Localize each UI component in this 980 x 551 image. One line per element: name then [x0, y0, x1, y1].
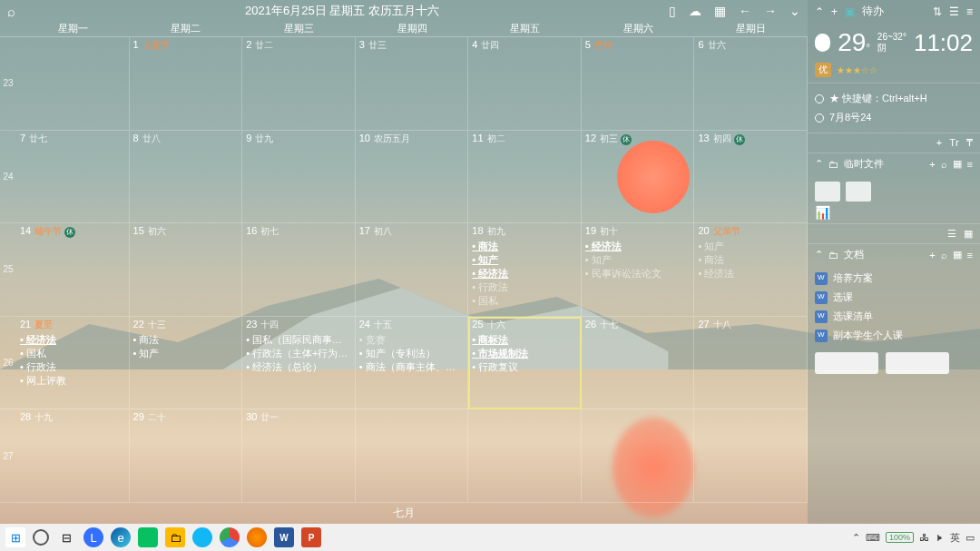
calendar-cell[interactable]: 25十六商标法市场规制法行政复议: [468, 317, 582, 410]
ime-icon[interactable]: 英: [950, 531, 960, 545]
event-item[interactable]: 市场规制法: [472, 347, 577, 360]
calendar-cell[interactable]: 13初四休: [694, 131, 808, 224]
task-view-icon[interactable]: ⊟: [56, 527, 76, 547]
chevron-icon[interactable]: ⌃: [815, 158, 823, 170]
add-icon[interactable]: +: [929, 250, 935, 261]
calendar-cell[interactable]: 5芒种: [582, 37, 695, 131]
keyboard-icon[interactable]: ⌨: [866, 532, 880, 544]
chevron-icon[interactable]: ⌃: [815, 249, 823, 261]
file-thumb[interactable]: [815, 352, 878, 374]
filter-icon[interactable]: ⇅: [933, 5, 942, 18]
todo-item[interactable]: ★ 快捷键：Ctrl+alt+H: [815, 89, 973, 108]
collapse-icon[interactable]: ⌃: [815, 5, 824, 18]
calendar-cell[interactable]: 22十三商法知产: [130, 317, 243, 410]
next-icon[interactable]: →: [764, 4, 777, 18]
event-item[interactable]: 民事诉讼法论文: [585, 267, 691, 280]
event-item[interactable]: 竞赛: [359, 333, 465, 347]
event-item[interactable]: 经济法（总论）: [246, 360, 351, 374]
edge-icon[interactable]: e: [111, 527, 131, 547]
event-item[interactable]: 商法: [698, 253, 803, 267]
calendar-cell[interactable]: [16, 37, 130, 131]
doc-item[interactable]: 副本学生个人课: [815, 326, 973, 345]
todo-item[interactable]: 7月8号24: [815, 108, 973, 127]
calendar-icon[interactable]: ▦: [714, 4, 726, 18]
cloud-icon[interactable]: ☁: [689, 4, 701, 18]
calendar-cell[interactable]: 18初九商法知产经济法行政法国私: [468, 223, 582, 317]
format-icon[interactable]: ₸: [966, 137, 973, 149]
event-item[interactable]: 商标法: [472, 333, 577, 347]
calendar-cell[interactable]: [468, 409, 582, 503]
battery-icon[interactable]: 100%: [886, 532, 914, 543]
search-icon[interactable]: ⌕: [941, 250, 947, 261]
notification-icon[interactable]: ▭: [965, 532, 975, 544]
add-icon[interactable]: +: [929, 159, 935, 170]
menu-icon[interactable]: ≡: [966, 5, 973, 18]
add-icon[interactable]: +: [831, 5, 838, 18]
calendar-cell[interactable]: 6廿六: [694, 37, 808, 131]
wechat-icon[interactable]: [138, 527, 158, 547]
qq-icon[interactable]: [192, 527, 212, 547]
tray-chevron-icon[interactable]: ⌃: [852, 532, 860, 544]
event-item[interactable]: 商法（商事主体、监管）: [359, 360, 465, 374]
calendar-cell[interactable]: 11初二: [468, 131, 582, 224]
file-thumb[interactable]: [815, 182, 840, 202]
event-item[interactable]: 知产: [133, 347, 239, 360]
checkbox-icon[interactable]: [815, 113, 824, 123]
calendar-cell[interactable]: 14端午节休: [16, 223, 130, 317]
event-item[interactable]: 知产（专利法）: [359, 347, 465, 360]
list-view-icon[interactable]: ☰: [947, 228, 956, 240]
phone-icon[interactable]: ▯: [669, 4, 676, 18]
search-icon[interactable]: ⌕: [7, 4, 15, 19]
event-item[interactable]: 行政法（主体+行为+程序）: [246, 347, 351, 360]
weather-widget[interactable]: 29° 26~32°阴 11:02: [808, 23, 980, 63]
cortana-icon[interactable]: [33, 529, 49, 546]
calendar-cell[interactable]: [582, 409, 695, 503]
system-tray[interactable]: ⌃ ⌨ 100% 🖧 🕨 英 ▭: [852, 531, 975, 545]
app-icon[interactable]: L: [83, 527, 103, 547]
menu-icon[interactable]: ≡: [967, 159, 973, 170]
event-item[interactable]: 国私（国际民商事法律关系适用）: [246, 333, 351, 347]
calendar-cell[interactable]: 4廿四: [468, 37, 582, 131]
event-item[interactable]: 行政法: [472, 280, 577, 294]
calendar-cell[interactable]: 9廿九: [242, 131, 356, 224]
grid-view-icon[interactable]: ▦: [964, 228, 973, 240]
search-icon[interactable]: ⌕: [941, 159, 947, 170]
calendar-cell[interactable]: 26十七: [582, 317, 695, 410]
doc-item[interactable]: 培养方案: [815, 269, 973, 288]
grid-icon[interactable]: ▦: [953, 158, 962, 170]
calendar-cell[interactable]: 3廿三: [356, 37, 469, 131]
checkbox-icon[interactable]: [815, 94, 824, 103]
explorer-icon[interactable]: 🗀: [165, 527, 185, 547]
calendar-cell[interactable]: 8廿八: [130, 131, 243, 224]
grid-icon[interactable]: ▦: [953, 249, 962, 261]
doc-item[interactable]: 选课清单: [815, 307, 973, 326]
event-item[interactable]: 商法: [133, 333, 239, 347]
calendar-cell[interactable]: 10农历五月: [356, 131, 469, 224]
calendar-cell[interactable]: 7廿七: [16, 131, 130, 224]
calendar-cell[interactable]: 2廿二: [242, 37, 356, 131]
calendar-cell[interactable]: 24十五竞赛知产（专利法）商法（商事主体、监管）: [356, 317, 469, 410]
calendar-cell[interactable]: 16初七: [242, 223, 356, 317]
calendar-cell[interactable]: 21夏至经济法国私行政法网上评教: [16, 317, 130, 410]
file-thumb[interactable]: [886, 352, 949, 374]
calendar-cell[interactable]: 28十九: [16, 409, 130, 503]
event-item[interactable]: 行政复议: [472, 360, 577, 374]
powerpoint-icon[interactable]: P: [301, 527, 321, 547]
event-item[interactable]: 知产: [698, 240, 803, 253]
event-item[interactable]: 知产: [472, 253, 577, 267]
calendar-cell[interactable]: 23十四国私（国际民商事法律关系适用）行政法（主体+行为+程序）经济法（总论）: [242, 317, 356, 410]
start-button[interactable]: ⊞: [5, 527, 25, 547]
event-item[interactable]: 国私: [20, 347, 125, 360]
menu-icon[interactable]: ≡: [967, 250, 973, 261]
event-item[interactable]: 行政法: [20, 360, 125, 374]
calendar-cell[interactable]: 12初三休: [582, 131, 695, 224]
event-item[interactable]: 国私: [472, 294, 577, 308]
calendar-cell[interactable]: 19初十经济法知产民事诉讼法论文: [582, 223, 695, 317]
add-icon[interactable]: +: [936, 137, 942, 149]
firefox-icon[interactable]: [247, 527, 267, 547]
event-item[interactable]: 经济法: [20, 333, 125, 347]
calendar-cell[interactable]: 30廿一: [242, 409, 356, 503]
prev-icon[interactable]: ←: [739, 4, 751, 18]
expand-icon[interactable]: ⌄: [789, 4, 800, 18]
calendar-cell[interactable]: 17初八: [356, 223, 469, 317]
